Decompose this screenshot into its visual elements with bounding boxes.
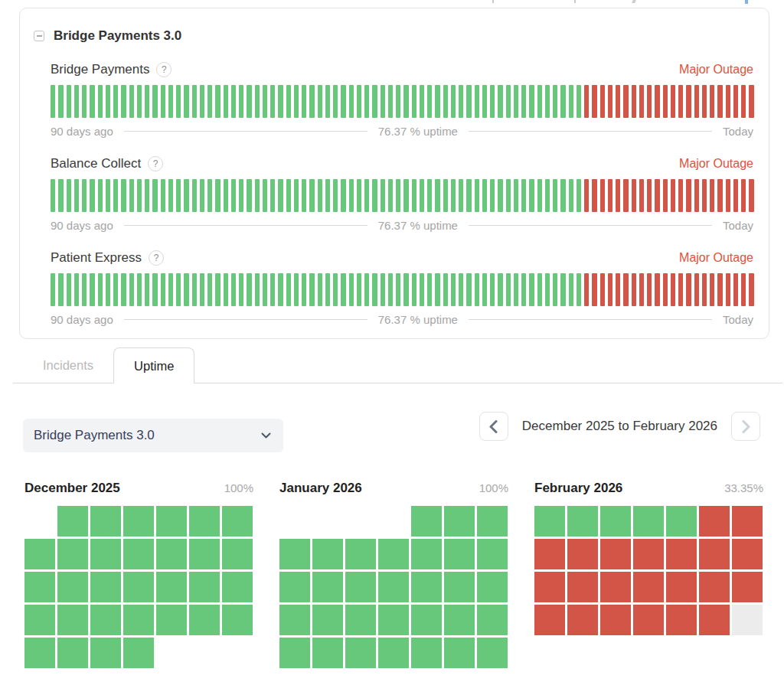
uptime-day-bar-up[interactable] (529, 179, 534, 212)
uptime-day-bar-up[interactable] (113, 273, 118, 306)
previous-period-button[interactable] (479, 412, 508, 441)
uptime-day-bar-up[interactable] (466, 273, 471, 306)
uptime-day-bar-up[interactable] (341, 85, 345, 118)
uptime-day-bar-up[interactable] (231, 179, 236, 212)
uptime-day-bar-up[interactable] (98, 85, 103, 118)
uptime-day-bar-up[interactable] (224, 179, 228, 212)
uptime-day-bar-up[interactable] (152, 273, 157, 306)
calendar-day-up[interactable] (156, 539, 187, 569)
uptime-day-bar-down[interactable] (702, 85, 707, 118)
calendar-day-up[interactable] (279, 539, 310, 569)
uptime-day-bar-down[interactable] (671, 179, 675, 212)
uptime-day-bar-up[interactable] (207, 179, 212, 212)
calendar-day-up[interactable] (312, 539, 343, 569)
uptime-day-bar-down[interactable] (678, 273, 683, 306)
uptime-day-bar-down[interactable] (663, 179, 668, 212)
calendar-day-down[interactable] (666, 539, 697, 569)
uptime-day-bar-up[interactable] (498, 273, 502, 306)
uptime-day-bar-up[interactable] (545, 85, 550, 118)
calendar-day-up[interactable] (345, 539, 376, 569)
uptime-day-bar-up[interactable] (113, 179, 118, 212)
uptime-day-bar-up[interactable] (357, 273, 361, 306)
uptime-day-bar-up[interactable] (231, 85, 236, 118)
collapse-group-button[interactable] (34, 31, 44, 41)
uptime-day-bar-up[interactable] (58, 85, 63, 118)
uptime-day-bar-down[interactable] (702, 179, 707, 212)
uptime-day-bar-down[interactable] (710, 85, 714, 118)
uptime-day-bar-down[interactable] (600, 179, 605, 212)
uptime-day-bar-up[interactable] (364, 179, 369, 212)
uptime-day-bar-up[interactable] (129, 273, 134, 306)
uptime-day-bar-down[interactable] (623, 85, 628, 118)
uptime-day-bar-up[interactable] (152, 179, 157, 212)
uptime-day-bar-up[interactable] (420, 85, 424, 118)
uptime-day-bar-up[interactable] (498, 85, 502, 118)
uptime-day-bar-up[interactable] (200, 273, 204, 306)
uptime-day-bar-down[interactable] (671, 85, 675, 118)
calendar-day-up[interactable] (189, 572, 220, 602)
uptime-day-bar-up[interactable] (161, 273, 165, 306)
calendar-day-up[interactable] (156, 572, 187, 602)
uptime-day-bar-up[interactable] (255, 85, 260, 118)
uptime-day-bar-up[interactable] (90, 179, 94, 212)
uptime-day-bar-up[interactable] (514, 273, 518, 306)
calendar-day-down[interactable] (534, 605, 565, 635)
calendar-day-up[interactable] (222, 506, 253, 537)
uptime-day-bar-up[interactable] (168, 85, 173, 118)
calendar-day-up[interactable] (24, 539, 55, 569)
uptime-day-bar-up[interactable] (349, 85, 354, 118)
calendar-day-up[interactable] (57, 539, 88, 569)
uptime-day-bar-up[interactable] (521, 179, 526, 212)
calendar-day-up[interactable] (90, 506, 121, 537)
uptime-day-bar-down[interactable] (741, 179, 746, 212)
uptime-day-bar-down[interactable] (632, 179, 636, 212)
calendar-day-down[interactable] (732, 539, 763, 569)
uptime-day-bar-down[interactable] (749, 85, 753, 118)
uptime-day-bar-up[interactable] (506, 273, 511, 306)
uptime-day-bar-up[interactable] (129, 179, 134, 212)
uptime-day-bar-down[interactable] (741, 273, 746, 306)
uptime-day-bar-up[interactable] (560, 273, 565, 306)
calendar-day-up[interactable] (189, 605, 220, 635)
calendar-day-up[interactable] (378, 572, 409, 602)
uptime-day-bar-up[interactable] (168, 273, 173, 306)
uptime-day-bar-down[interactable] (686, 179, 691, 212)
uptime-day-bar-down[interactable] (639, 179, 644, 212)
uptime-day-bar-up[interactable] (560, 85, 565, 118)
calendar-day-up[interactable] (123, 605, 154, 635)
uptime-day-bar-up[interactable] (333, 179, 338, 212)
calendar-day-down[interactable] (633, 572, 664, 602)
uptime-day-bar-down[interactable] (741, 85, 746, 118)
calendar-day-down[interactable] (633, 605, 664, 635)
uptime-day-bar-up[interactable] (388, 273, 393, 306)
uptime-day-bar-up[interactable] (506, 179, 511, 212)
uptime-day-bar-up[interactable] (239, 273, 243, 306)
uptime-day-bar-down[interactable] (632, 273, 636, 306)
uptime-day-bar-up[interactable] (412, 85, 416, 118)
calendar-day-down[interactable] (666, 572, 697, 602)
uptime-day-bar-down[interactable] (608, 85, 612, 118)
uptime-day-bar-down[interactable] (647, 273, 652, 306)
calendar-day-down[interactable] (567, 572, 598, 602)
uptime-day-bar-up[interactable] (403, 273, 408, 306)
uptime-day-bar-up[interactable] (200, 85, 204, 118)
uptime-day-bar-up[interactable] (263, 273, 267, 306)
uptime-day-bar-up[interactable] (466, 85, 471, 118)
uptime-day-bar-down[interactable] (717, 273, 722, 306)
uptime-day-bar-up[interactable] (145, 179, 149, 212)
uptime-day-bar-up[interactable] (325, 273, 330, 306)
uptime-day-bar-down[interactable] (702, 273, 707, 306)
uptime-day-bar-up[interactable] (270, 85, 275, 118)
uptime-day-bar-up[interactable] (475, 273, 479, 306)
uptime-day-bar-up[interactable] (569, 85, 573, 118)
uptime-day-bar-up[interactable] (90, 85, 94, 118)
uptime-day-bar-down[interactable] (600, 85, 605, 118)
calendar-day-down[interactable] (666, 605, 697, 635)
uptime-day-bar-up[interactable] (129, 85, 134, 118)
uptime-day-bar-up[interactable] (106, 273, 110, 306)
uptime-day-bar-up[interactable] (412, 273, 416, 306)
uptime-day-bar-up[interactable] (357, 179, 361, 212)
uptime-day-bar-up[interactable] (184, 85, 188, 118)
uptime-day-bar-up[interactable] (247, 273, 251, 306)
uptime-day-bar-up[interactable] (364, 85, 369, 118)
